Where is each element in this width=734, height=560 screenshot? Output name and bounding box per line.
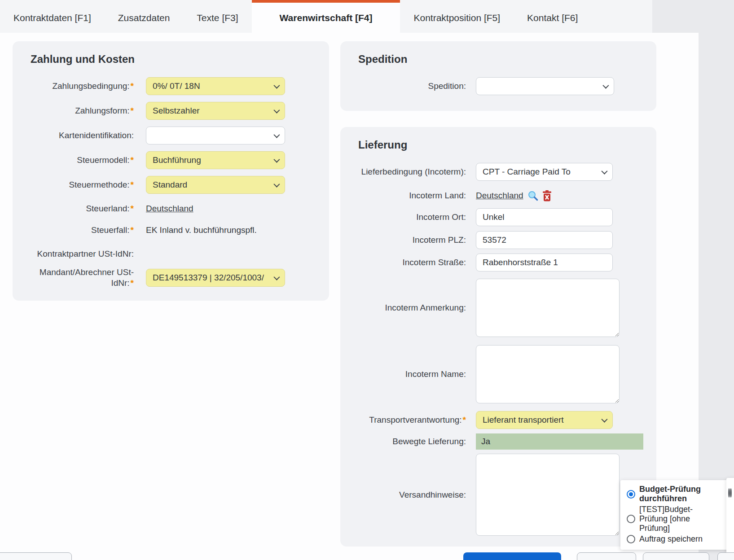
select-value: Standard bbox=[153, 180, 187, 190]
radio-option-test-budget-pruefung[interactable]: [TEST]Budget-Prüfung [ohne Prüfung] bbox=[627, 505, 734, 533]
delete-trash-icon[interactable] bbox=[542, 190, 552, 201]
field-row-steuerfall: Steuerfall:* EK Inland v. buchführungspf… bbox=[31, 222, 329, 238]
tab-bar: Kontraktdaten [F1] Zusatzdaten Texte [F3… bbox=[0, 0, 734, 33]
field-row-incoterm-name: Incoterm Name: bbox=[358, 345, 656, 403]
select-value: Lieferant transportiert bbox=[483, 415, 564, 425]
panel-title: Lieferung bbox=[358, 139, 656, 151]
panel-spedition: Spedition Spedition: bbox=[340, 41, 656, 111]
required-marker: * bbox=[131, 180, 134, 189]
warenwirtschaft-page: Kontraktdaten [F1] Zusatzdaten Texte [F3… bbox=[0, 0, 734, 560]
field-label: Kartenidentifikation: bbox=[31, 130, 134, 141]
incoterm-anmerkung-textarea[interactable] bbox=[476, 279, 620, 337]
kartenidentifikation-select[interactable] bbox=[146, 127, 285, 144]
tab-label: Kontraktposition [F5] bbox=[413, 13, 500, 23]
transportverantwortung-select[interactable]: Lieferant transportiert bbox=[476, 411, 613, 429]
incoterm-ort-input[interactable] bbox=[476, 208, 613, 226]
field-row-steuerland: Steuerland:* Deutschland bbox=[31, 201, 329, 217]
field-row-lieferbedingung: Lieferbedingung (Incoterm): CPT - Carria… bbox=[358, 163, 656, 181]
tab-warenwirtschaft-active[interactable]: Warenwirtschaft [F4] bbox=[252, 0, 400, 33]
chevron-down-icon bbox=[273, 132, 280, 138]
field-label: Kontraktpartner USt-IdNr: bbox=[31, 249, 134, 259]
required-marker: * bbox=[131, 225, 134, 235]
field-label: Steuermodell:* bbox=[31, 155, 134, 166]
chevron-down-icon bbox=[601, 416, 607, 423]
field-row-mandant-ustidnr: Mandant/Abrechner USt-IdNr:* DE149513379… bbox=[31, 267, 329, 289]
radio-button[interactable] bbox=[627, 515, 635, 523]
bottom-action-button-3[interactable] bbox=[643, 552, 709, 560]
required-marker: * bbox=[463, 415, 466, 424]
field-row-incoterm-ort: Incoterm Ort: bbox=[358, 208, 656, 226]
steuerfall-value: EK Inland v. buchführungspfl. bbox=[146, 225, 257, 235]
versandhinweise-textarea[interactable] bbox=[476, 454, 620, 536]
field-label: Steuermethode:* bbox=[31, 179, 134, 190]
incoterm-strasse-input[interactable] bbox=[476, 254, 613, 271]
chevron-down-icon bbox=[273, 274, 280, 280]
tab-kontakt[interactable]: Kontakt [F6] bbox=[514, 0, 591, 33]
tab-label: Zusatzdaten bbox=[118, 13, 170, 23]
field-row-versandhinweise: Versandhinweise: bbox=[358, 454, 656, 536]
radio-option-auftrag-speichern[interactable]: Auftrag speichern bbox=[627, 534, 734, 544]
chevron-down-icon bbox=[273, 107, 280, 114]
tab-kontraktposition[interactable]: Kontraktposition [F5] bbox=[400, 0, 514, 33]
search-icon[interactable] bbox=[527, 190, 538, 201]
field-label: Incoterm Land: bbox=[358, 190, 466, 201]
field-label: Transportverantwortung:* bbox=[358, 415, 466, 425]
bottom-action-button-4[interactable] bbox=[717, 552, 734, 560]
select-value: 0%/ 0T/ 18N bbox=[153, 81, 200, 91]
field-row-zahlungsform: Zahlungsform:* Selbstzahler bbox=[31, 102, 329, 120]
field-row-bewegte-lieferung: Bewegte Lieferung: Ja bbox=[358, 433, 656, 450]
tab-label: Kontakt [F6] bbox=[527, 13, 578, 23]
field-row-incoterm-anmerkung: Incoterm Anmerkung: bbox=[358, 279, 656, 337]
bewegte-lieferung-readonly-field: Ja bbox=[476, 433, 643, 450]
field-label: Spedition: bbox=[358, 81, 466, 92]
chevron-down-icon bbox=[601, 168, 607, 175]
tab-kontraktdaten[interactable]: Kontraktdaten [F1] bbox=[0, 0, 105, 33]
bottom-primary-button[interactable] bbox=[463, 552, 561, 560]
required-marker: * bbox=[131, 106, 134, 115]
chevron-down-icon bbox=[273, 181, 280, 188]
incoterm-name-textarea[interactable] bbox=[476, 345, 620, 403]
tab-zusatzdaten[interactable]: Zusatzdaten bbox=[105, 0, 184, 33]
field-row-spedition: Spedition: bbox=[358, 77, 656, 95]
incoterm-land-link[interactable]: Deutschland bbox=[476, 191, 523, 201]
radio-label: Auftrag speichern bbox=[639, 534, 708, 544]
tabbar-right-shade bbox=[652, 0, 734, 33]
radio-button[interactable] bbox=[627, 535, 635, 543]
panel-title: Spedition bbox=[358, 53, 656, 66]
tab-label: Kontraktdaten [F1] bbox=[13, 13, 91, 23]
panel-lieferung: Lieferung Lieferbedingung (Incoterm): CP… bbox=[340, 127, 656, 547]
tab-label: Warenwirtschaft [F4] bbox=[280, 13, 373, 23]
incoterm-plz-input[interactable] bbox=[476, 231, 613, 249]
chevron-down-icon bbox=[273, 83, 280, 89]
field-row-incoterm-land: Incoterm Land: Deutschland bbox=[358, 188, 656, 203]
field-label: Steuerfall:* bbox=[31, 225, 134, 236]
bottom-action-button-1[interactable] bbox=[0, 552, 72, 560]
spedition-select[interactable] bbox=[476, 77, 614, 95]
bottom-action-button-2[interactable] bbox=[577, 552, 636, 560]
select-value: Buchführung bbox=[153, 155, 201, 165]
field-row-steuermethode: Steuermethode:* Standard bbox=[31, 176, 329, 194]
field-label: Zahlungsform:* bbox=[31, 105, 134, 116]
lieferbedingung-select[interactable]: CPT - Carriage Paid To bbox=[476, 163, 613, 181]
field-label: Incoterm Ort: bbox=[358, 212, 466, 223]
steuermethode-select[interactable]: Standard bbox=[146, 176, 285, 194]
tab-texte[interactable]: Texte [F3] bbox=[183, 0, 251, 33]
zahlungsbedingung-select[interactable]: 0%/ 0T/ 18N bbox=[146, 77, 285, 95]
field-label: Steuerland:* bbox=[31, 203, 134, 214]
field-label: Incoterm PLZ: bbox=[358, 235, 466, 245]
field-row-transportverantwortung: Transportverantwortung:* Lieferant trans… bbox=[358, 411, 656, 429]
field-row-incoterm-plz: Incoterm PLZ: bbox=[358, 231, 656, 249]
zahlungsform-select[interactable]: Selbstzahler bbox=[146, 102, 285, 120]
radio-button[interactable] bbox=[730, 488, 732, 498]
steuermodell-select[interactable]: Buchführung bbox=[146, 151, 285, 169]
field-label: Incoterm Straße: bbox=[358, 257, 466, 268]
field-row-incoterm-strasse: Incoterm Straße: bbox=[358, 254, 656, 271]
budget-pruefung-popup: Budget-Prüfung durchführen [TEST]Budget-… bbox=[620, 480, 734, 550]
radio-option-budget-pruefung-durchfuehren[interactable]: Budget-Prüfung durchführen bbox=[627, 485, 734, 503]
select-value: DE149513379 | 32/205/1003/ bbox=[153, 273, 264, 283]
radio-button[interactable] bbox=[627, 490, 635, 499]
field-label: Zahlungsbedingung:* bbox=[31, 81, 134, 92]
steuerland-link[interactable]: Deutschland bbox=[146, 204, 193, 214]
radio-label: Budget-Prüfung durchführen bbox=[639, 485, 708, 503]
mandant-ustidnr-select[interactable]: DE149513379 | 32/205/1003/ bbox=[146, 269, 285, 287]
